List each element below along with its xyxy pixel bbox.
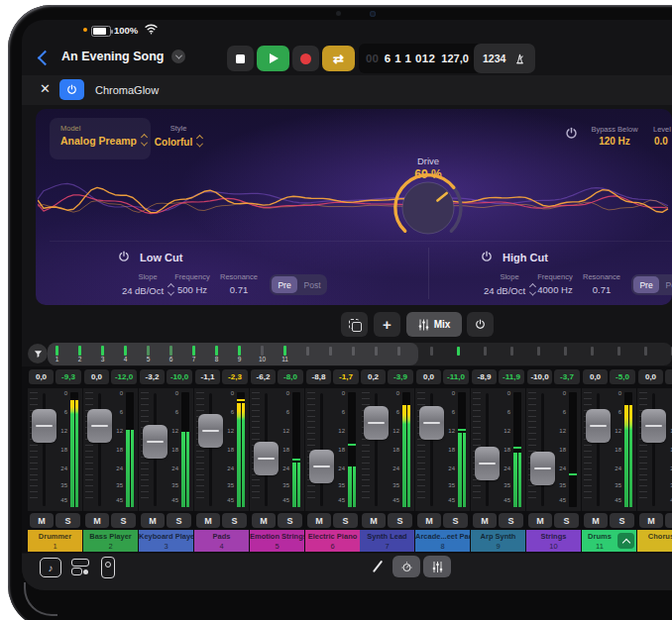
level-value[interactable]: -2,3 xyxy=(222,369,248,384)
fader-handle[interactable] xyxy=(419,406,444,440)
channel-5-mute-button[interactable]: M xyxy=(252,513,276,528)
track-tile-8[interactable]: Arcade...eet Pad8 xyxy=(415,530,470,552)
channel-1-solo-button[interactable]: S xyxy=(56,513,80,528)
collapse-chevron-button[interactable] xyxy=(617,533,634,549)
level-value[interactable]: -11,9 xyxy=(499,369,524,384)
track-tile-7[interactable]: Synth Lead7 xyxy=(360,530,414,552)
fader-handle[interactable] xyxy=(254,442,279,475)
volume-value[interactable]: -6,2 xyxy=(251,369,276,384)
track-tile-12[interactable]: Chorus V xyxy=(637,530,672,552)
channel-3-mute-button[interactable]: M xyxy=(141,513,165,528)
track-tile-10[interactable]: Strings10 xyxy=(526,530,581,552)
level-value[interactable]: -3,7 xyxy=(554,369,580,384)
level-value[interactable]: -10,0 xyxy=(167,369,192,384)
channel-2-mute-button[interactable]: M xyxy=(85,513,109,528)
volume-value[interactable]: 0,0 xyxy=(583,369,608,384)
level-value[interactable]: -9,3 xyxy=(56,369,81,384)
level-value[interactable] xyxy=(665,369,672,384)
channel-10-solo-button[interactable]: S xyxy=(554,513,579,528)
meter-scale-label: 12 xyxy=(554,428,566,434)
volume-value[interactable]: -10,0 xyxy=(527,369,552,384)
fader-handle[interactable] xyxy=(143,425,168,459)
fader-track[interactable] xyxy=(541,393,544,506)
fader-handle[interactable] xyxy=(475,447,500,480)
fader-handle[interactable] xyxy=(87,409,112,443)
channel-7-value-row: 0,2-3,9 xyxy=(360,369,414,384)
track-tile-1[interactable]: Drummer1 xyxy=(28,530,82,552)
fader-handle[interactable] xyxy=(364,406,389,440)
meter-scale-label: 12 xyxy=(388,428,399,434)
track-name: Drummer xyxy=(28,532,82,542)
level-value[interactable]: -5,0 xyxy=(610,369,635,384)
meter-scale-label: 18 xyxy=(665,447,672,453)
channel-10-mute-button[interactable]: M xyxy=(528,513,552,528)
meter-scale-label: 12 xyxy=(443,428,455,434)
level-value[interactable]: -3,9 xyxy=(388,369,413,384)
meter-scale-label: 0 xyxy=(499,390,510,396)
channel-7-solo-button[interactable]: S xyxy=(388,513,412,528)
channel-9-solo-button[interactable]: S xyxy=(499,513,523,528)
fader-handle[interactable] xyxy=(641,409,666,443)
loop-browser-icon[interactable]: ♪ xyxy=(40,558,61,577)
channel-9-mute-button[interactable]: M xyxy=(473,513,497,528)
fader-handle[interactable] xyxy=(309,450,334,483)
mixer-view-button[interactable] xyxy=(423,556,451,577)
channel-3-solo-button[interactable]: S xyxy=(167,513,191,528)
level-value[interactable]: -1,7 xyxy=(333,369,359,384)
track-tile-3[interactable]: Keyboard Player3 xyxy=(139,530,193,552)
volume-value[interactable]: -8,9 xyxy=(472,369,497,384)
channel-6-mute-button[interactable]: M xyxy=(307,513,331,528)
meter-scale-label: 45 xyxy=(443,497,455,503)
level-value[interactable]: -11,0 xyxy=(443,369,469,384)
channel-11-mute-button[interactable]: M xyxy=(584,513,608,528)
meter-scale-label: 24 xyxy=(56,465,67,471)
track-tile-2[interactable]: Bass Player2 xyxy=(83,530,138,552)
channel-4-solo-button[interactable]: S xyxy=(222,513,247,528)
smart-controls-button[interactable] xyxy=(392,556,420,577)
fader-track[interactable] xyxy=(209,393,212,506)
fader-handle[interactable] xyxy=(198,414,223,448)
meter-scale-label: 24 xyxy=(610,465,621,471)
channel-5-strip: 061218243545 xyxy=(250,388,304,511)
channel-5-solo-button[interactable]: S xyxy=(278,513,302,528)
track-tile-5[interactable]: Emotion Strings5 xyxy=(250,530,304,552)
channel-7-mute-button[interactable]: M xyxy=(362,513,386,528)
channel-8-solo-button[interactable]: S xyxy=(443,513,468,528)
fader-handle[interactable] xyxy=(530,452,555,485)
level-meter xyxy=(458,392,466,507)
meter-scale-label: 24 xyxy=(665,465,672,471)
track-number: 6 xyxy=(305,542,360,552)
meter-scale-label: 6 xyxy=(167,409,178,415)
volume-value[interactable]: 0,0 xyxy=(84,369,109,384)
fader-handle[interactable] xyxy=(586,409,611,443)
track-number: 3 xyxy=(139,542,193,552)
level-meter xyxy=(181,392,189,507)
track-tile-4[interactable]: Pads4 xyxy=(194,530,249,552)
plugin-tiles-icon[interactable] xyxy=(71,558,89,575)
track-tile-9[interactable]: Arp Synth9 xyxy=(471,530,525,552)
volume-value[interactable]: -8,8 xyxy=(306,369,331,384)
volume-value[interactable]: 0,0 xyxy=(638,369,663,384)
volume-value[interactable]: 0,0 xyxy=(416,369,441,384)
channel-11-solo-button[interactable]: S xyxy=(610,513,634,528)
channel-2-solo-button[interactable]: S xyxy=(111,513,136,528)
channel-strip-icon[interactable] xyxy=(101,557,115,578)
volume-value[interactable]: 0,2 xyxy=(361,369,386,384)
channel-4-mute-button[interactable]: M xyxy=(196,513,220,528)
volume-value[interactable]: -3,2 xyxy=(140,369,165,384)
channel-8-mute-button[interactable]: M xyxy=(417,513,441,528)
channel-12-mute-button[interactable]: M xyxy=(639,513,663,528)
channel-1-mute-button[interactable]: M xyxy=(30,513,54,528)
track-tile-6[interactable]: Electric Piano6 xyxy=(305,530,360,552)
level-value[interactable]: -12,0 xyxy=(111,369,137,384)
track-tile-11[interactable]: Drums11 xyxy=(582,530,636,552)
channel-6-solo-button[interactable]: S xyxy=(333,513,358,528)
volume-value[interactable]: 0,0 xyxy=(29,369,54,384)
fader-handle[interactable] xyxy=(32,409,56,443)
channel-12-solo-button[interactable]: S xyxy=(665,513,672,528)
meter-scale-label: 35 xyxy=(333,482,345,488)
level-value[interactable]: -8,0 xyxy=(278,369,303,384)
meter-scale-label: 6 xyxy=(333,409,345,415)
meter-scale-label: 35 xyxy=(554,482,566,488)
volume-value[interactable]: -1,1 xyxy=(195,369,220,384)
